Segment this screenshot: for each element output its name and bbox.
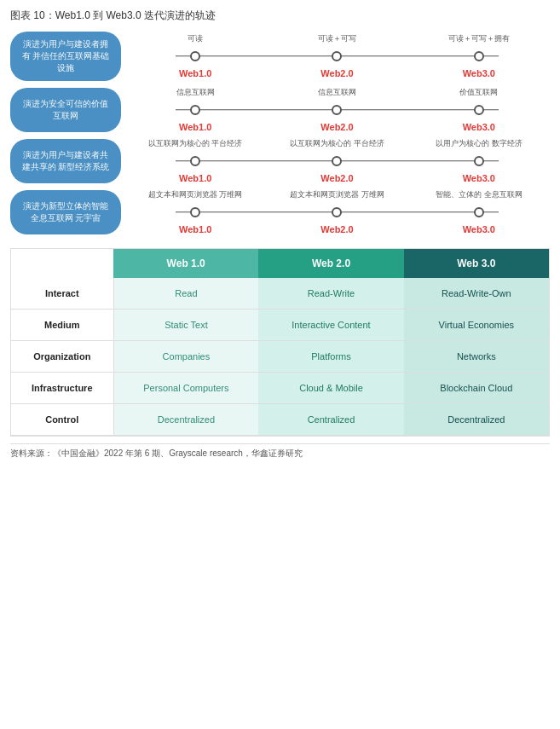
top-label-1-2: 可读＋可写＋拥有: [408, 34, 550, 44]
th-web1: Web 1.0: [113, 249, 258, 278]
bubble-1: 演进为用户与建设者拥有 并信任的互联网基础设施: [10, 32, 121, 81]
cell-control-web3: Decentralized: [404, 404, 549, 436]
web-labels-2: Web1.0 Web2.0 Web3.0: [124, 122, 550, 132]
top-labels-1: 可读 可读＋可写 可读＋可写＋拥有: [124, 34, 550, 44]
top-label-4-0: 超文本和网页浏览器 万维网: [124, 190, 266, 200]
top-labels-4: 超文本和网页浏览器 万维网 超文本和网页浏览器 万维网 智能、立体的 全息互联网: [124, 190, 550, 200]
web-label-3-2: Web3.0: [408, 173, 550, 183]
cell-org-web2: Platforms: [258, 341, 403, 373]
web-label-1-0: Web1.0: [124, 68, 266, 78]
table-row: Organization Companies Platforms Network…: [11, 341, 549, 373]
node-4-2: [474, 207, 484, 217]
cell-medium-web2: Interactive Content: [258, 310, 403, 341]
evolution-section: 演进为用户与建设者拥有 并信任的互联网基础设施 可读 可读＋可写 可读＋可写＋拥…: [10, 32, 550, 234]
evolution-row-2: 演进为安全可信的价值互联网 信息互联网 信息互联网 价值互联网 Web1.0 W…: [10, 88, 550, 132]
web-label-1-1: Web2.0: [266, 68, 407, 78]
node-3-0: [190, 156, 200, 166]
web-label-2-0: Web1.0: [124, 122, 266, 132]
node-3-2: [474, 156, 484, 166]
node-4-0: [190, 207, 200, 217]
cell-control-web1: Decentralized: [113, 404, 258, 436]
table-row: Interact Read Read-Write Read-Write-Own: [11, 278, 549, 310]
comparison-table-wrapper: Web 1.0 Web 2.0 Web 3.0 Interact Read Re…: [10, 248, 550, 437]
evolution-row-3: 演进为用户与建设者共建共享的 新型经济系统 以互联网为核心的 平台经济 以互联网…: [10, 139, 550, 183]
cell-interact-web3: Read-Write-Own: [404, 278, 549, 310]
web-labels-4: Web1.0 Web2.0 Web3.0: [124, 224, 550, 234]
node-2-0: [190, 105, 200, 115]
web-label-4-1: Web2.0: [266, 224, 407, 234]
th-empty: [11, 249, 113, 278]
node-4-1: [332, 207, 342, 217]
web-label-4-2: Web3.0: [408, 224, 550, 234]
top-label-4-2: 智能、立体的 全息互联网: [408, 190, 550, 200]
table-header-row: Web 1.0 Web 2.0 Web 3.0: [11, 249, 549, 278]
top-label-3-1: 以互联网为核心的 平台经济: [266, 139, 407, 149]
web-label-2-1: Web2.0: [266, 122, 407, 132]
row-label-control: Control: [11, 404, 113, 436]
table-row: Infrastructure Personal Computers Cloud …: [11, 373, 549, 404]
cell-medium-web1: Static Text: [113, 310, 258, 341]
top-labels-2: 信息互联网 信息互联网 价值互联网: [124, 88, 550, 98]
row-label-medium: Medium: [11, 310, 113, 341]
node-3-1: [332, 156, 342, 166]
node-1-2: [474, 51, 484, 61]
timeline-line-row-3: [124, 151, 550, 171]
cell-control-web2: Centralized: [258, 404, 403, 436]
timeline-1: 可读 可读＋可写 可读＋可写＋拥有 Web1.0 Web2.0 Web3.0: [124, 34, 550, 78]
bubble-2: 演进为安全可信的价值互联网: [10, 88, 121, 132]
top-label-1-1: 可读＋可写: [266, 34, 407, 44]
node-2-1: [332, 105, 342, 115]
cell-medium-web3: Virtual Economies: [404, 310, 549, 341]
bubble-4: 演进为新型立体的智能全息互联网 元宇宙: [10, 190, 121, 234]
timeline-2: 信息互联网 信息互联网 价值互联网 Web1.0 Web2.0 Web3.0: [124, 88, 550, 132]
cell-interact-web1: Read: [113, 278, 258, 310]
row-label-interact: Interact: [11, 278, 113, 310]
cell-org-web1: Companies: [113, 341, 258, 373]
cell-org-web3: Networks: [404, 341, 549, 373]
top-label-3-0: 以互联网为核心的 平台经济: [124, 139, 266, 149]
top-label-4-1: 超文本和网页浏览器 万维网: [266, 190, 407, 200]
top-label-1-0: 可读: [124, 34, 266, 44]
timeline-line-row-4: [124, 202, 550, 223]
top-label-2-0: 信息互联网: [124, 88, 266, 98]
node-1-1: [332, 51, 342, 61]
web-label-2-2: Web3.0: [408, 122, 550, 132]
comparison-table: Web 1.0 Web 2.0 Web 3.0 Interact Read Re…: [11, 249, 549, 436]
table-row: Control Decentralized Centralized Decent…: [11, 404, 549, 436]
top-label-3-2: 以用户为核心的 数字经济: [408, 139, 550, 149]
web-labels-3: Web1.0 Web2.0 Web3.0: [124, 173, 550, 183]
node-2-2: [474, 105, 484, 115]
web-label-3-0: Web1.0: [124, 173, 266, 183]
web-label-4-0: Web1.0: [124, 224, 266, 234]
timeline-4: 超文本和网页浏览器 万维网 超文本和网页浏览器 万维网 智能、立体的 全息互联网…: [124, 190, 550, 234]
web-label-1-2: Web3.0: [408, 68, 550, 78]
page-container: 图表 10：Web1.0 到 Web3.0 迭代演进的轨迹 演进为用户与建设者拥…: [0, 0, 560, 468]
row-label-infrastructure: Infrastructure: [11, 373, 113, 404]
web-labels-1: Web1.0 Web2.0 Web3.0: [124, 68, 550, 78]
top-label-2-2: 价值互联网: [408, 88, 550, 98]
th-web3: Web 3.0: [404, 249, 549, 278]
bubble-3: 演进为用户与建设者共建共享的 新型经济系统: [10, 139, 121, 183]
top-label-2-1: 信息互联网: [266, 88, 407, 98]
cell-infra-web2: Cloud & Mobile: [258, 373, 403, 404]
cell-infra-web1: Personal Computers: [113, 373, 258, 404]
table-row: Medium Static Text Interactive Content V…: [11, 310, 549, 341]
row-label-organization: Organization: [11, 341, 113, 373]
chart-title: 图表 10：Web1.0 到 Web3.0 迭代演进的轨迹: [10, 9, 550, 23]
evolution-row-4: 演进为新型立体的智能全息互联网 元宇宙 超文本和网页浏览器 万维网 超文本和网页…: [10, 190, 550, 234]
th-web2: Web 2.0: [258, 249, 403, 278]
timeline-line-row-1: [124, 46, 550, 67]
footer-text: 资料来源：《中国金融》2022 年第 6 期、Grayscale researc…: [10, 443, 550, 460]
timeline-3: 以互联网为核心的 平台经济 以互联网为核心的 平台经济 以用户为核心的 数字经济…: [124, 139, 550, 183]
evolution-row-1: 演进为用户与建设者拥有 并信任的互联网基础设施 可读 可读＋可写 可读＋可写＋拥…: [10, 32, 550, 81]
cell-infra-web3: Blockchain Cloud: [404, 373, 549, 404]
top-labels-3: 以互联网为核心的 平台经济 以互联网为核心的 平台经济 以用户为核心的 数字经济: [124, 139, 550, 149]
timeline-line-row-2: [124, 100, 550, 120]
node-1-0: [190, 51, 200, 61]
cell-interact-web2: Read-Write: [258, 278, 403, 310]
web-label-3-1: Web2.0: [266, 173, 407, 183]
